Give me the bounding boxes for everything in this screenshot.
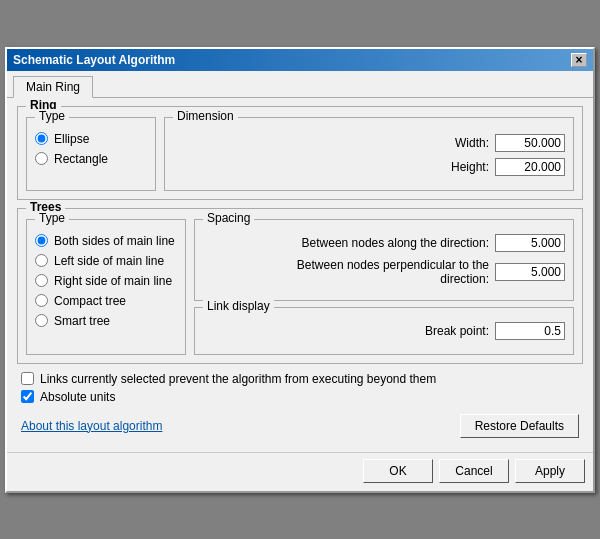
spacing-legend: Spacing — [203, 211, 254, 225]
trees-left-side-row: Left side of main line — [35, 254, 177, 268]
tab-main-ring[interactable]: Main Ring — [13, 76, 93, 98]
spacing-row1-label: Between nodes along the direction: — [302, 236, 489, 250]
ring-height-label: Height: — [451, 160, 489, 174]
trees-compact-row: Compact tree — [35, 294, 177, 308]
ring-height-input[interactable] — [495, 158, 565, 176]
break-point-label: Break point: — [425, 324, 489, 338]
ring-group: Ring Type Ellipse Rectangle Dime — [17, 106, 583, 200]
ring-dimension-group: Dimension Width: Height: — [164, 117, 574, 191]
algorithm-info-link[interactable]: About this layout algorithm — [21, 419, 162, 433]
trees-both-sides-row: Both sides of main line — [35, 234, 177, 248]
ring-dimension-legend: Dimension — [173, 109, 238, 123]
dialog-content: Ring Type Ellipse Rectangle Dime — [7, 98, 593, 452]
spacing-row1: Between nodes along the direction: — [203, 234, 565, 252]
absolute-units-checkbox[interactable] — [21, 390, 34, 403]
trees-compact-radio[interactable] — [35, 294, 48, 307]
spacing-row2-label: Between nodes perpendicular to the direc… — [289, 258, 489, 286]
dialog-window: Schematic Layout Algorithm × Main Ring R… — [5, 47, 595, 493]
ok-button[interactable]: OK — [363, 459, 433, 483]
trees-right-side-label: Right side of main line — [54, 274, 172, 288]
ring-rectangle-label: Rectangle — [54, 152, 108, 166]
cancel-button[interactable]: Cancel — [439, 459, 509, 483]
checkbox-absolute-row: Absolute units — [17, 390, 583, 404]
trees-right-side-row: Right side of main line — [35, 274, 177, 288]
absolute-units-label: Absolute units — [40, 390, 115, 404]
trees-group: Trees Type Both sides of main line Left … — [17, 208, 583, 364]
links-prevent-checkbox[interactable] — [21, 372, 34, 385]
ring-ellipse-label: Ellipse — [54, 132, 89, 146]
trees-left-side-label: Left side of main line — [54, 254, 164, 268]
link-display-group: Link display Break point: — [194, 307, 574, 355]
dialog-title: Schematic Layout Algorithm — [13, 53, 175, 67]
ring-height-row: Height: — [173, 158, 565, 176]
trees-section: Type Both sides of main line Left side o… — [26, 219, 574, 355]
apply-button[interactable]: Apply — [515, 459, 585, 483]
close-icon: × — [575, 53, 582, 67]
ring-type-legend: Type — [35, 109, 69, 123]
spacing-row2: Between nodes perpendicular to the direc… — [203, 258, 565, 286]
ring-type-group: Type Ellipse Rectangle — [26, 117, 156, 191]
tabs-bar: Main Ring — [7, 71, 593, 98]
trees-smart-label: Smart tree — [54, 314, 110, 328]
bottom-links-area: About this layout algorithm Restore Defa… — [17, 408, 583, 444]
spacing-group: Spacing Between nodes along the directio… — [194, 219, 574, 301]
trees-both-sides-label: Both sides of main line — [54, 234, 175, 248]
trees-right-section: Spacing Between nodes along the directio… — [194, 219, 574, 355]
ring-width-row: Width: — [173, 134, 565, 152]
ring-section: Type Ellipse Rectangle Dimension Width: — [26, 117, 574, 191]
spacing-row1-input[interactable] — [495, 234, 565, 252]
buttons-row: OK Cancel Apply — [7, 452, 593, 491]
break-point-input[interactable] — [495, 322, 565, 340]
trees-smart-row: Smart tree — [35, 314, 177, 328]
ring-rectangle-radio[interactable] — [35, 152, 48, 165]
trees-smart-radio[interactable] — [35, 314, 48, 327]
close-button[interactable]: × — [571, 53, 587, 67]
ring-ellipse-row: Ellipse — [35, 132, 147, 146]
tab-main-ring-label: Main Ring — [26, 80, 80, 94]
trees-type-group: Type Both sides of main line Left side o… — [26, 219, 186, 355]
restore-defaults-button[interactable]: Restore Defaults — [460, 414, 579, 438]
ring-width-input[interactable] — [495, 134, 565, 152]
trees-right-side-radio[interactable] — [35, 274, 48, 287]
trees-type-legend: Type — [35, 211, 69, 225]
ring-width-label: Width: — [455, 136, 489, 150]
trees-left-side-radio[interactable] — [35, 254, 48, 267]
trees-compact-label: Compact tree — [54, 294, 126, 308]
link-display-legend: Link display — [203, 299, 274, 313]
links-prevent-label: Links currently selected prevent the alg… — [40, 372, 436, 386]
trees-both-sides-radio[interactable] — [35, 234, 48, 247]
break-point-row: Break point: — [203, 322, 565, 340]
ring-rectangle-row: Rectangle — [35, 152, 147, 166]
title-bar: Schematic Layout Algorithm × — [7, 49, 593, 71]
ring-ellipse-radio[interactable] — [35, 132, 48, 145]
spacing-row2-input[interactable] — [495, 263, 565, 281]
checkbox-links-row: Links currently selected prevent the alg… — [17, 372, 583, 386]
